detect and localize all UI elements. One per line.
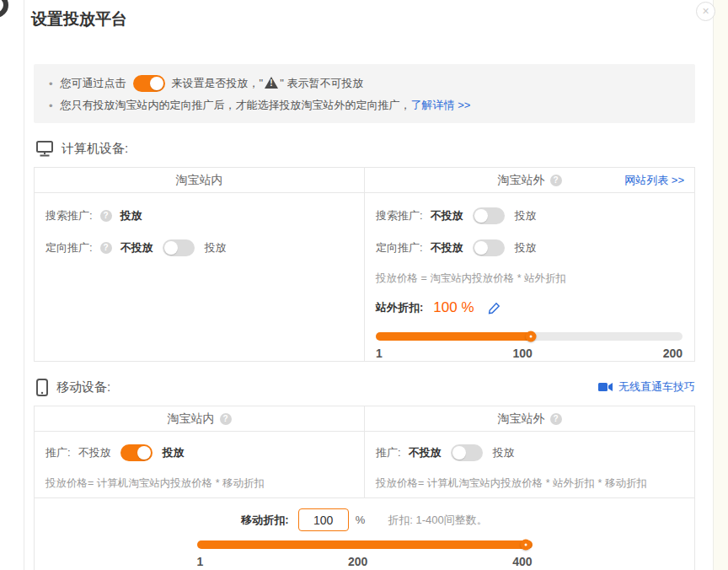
toggle-knob: [474, 241, 488, 255]
notice-text: 来设置是否投放，": [172, 76, 264, 91]
mobile-discount-band: 移动折扣: % 折扣: 1-400间整数。 1 200 400: [35, 497, 694, 570]
notice-text: " 表示暂不可投放: [280, 76, 363, 91]
mobile-icon: [36, 379, 48, 396]
mobile-onsite-promo-row: 推广: 不投放 投放: [46, 444, 352, 461]
offsite-target-toggle[interactable]: [473, 239, 505, 256]
mobile-discount-line: 移动折扣: % 折扣: 1-400间整数。: [35, 508, 694, 531]
notice-box: • 您可通过点击 来设置是否投放，" " 表示暂不可投放 • 您只有投放淘宝站内…: [34, 64, 695, 123]
search-promo-label: 搜索推广:: [376, 208, 423, 223]
search-promo-value: 投放: [120, 208, 142, 223]
target-promo-label: 定向推广:: [376, 240, 423, 255]
off-state-label: 不投放: [120, 240, 153, 255]
warning-icon: [265, 77, 278, 89]
computer-icon: [36, 141, 53, 157]
computer-section-title: 计算机设备:: [62, 141, 128, 157]
mobile-table-body: 推广: 不投放 投放 投放价格= 计算机淘宝站内投放价格 * 移动折扣 推广: …: [35, 432, 694, 497]
mobile-tips: 无线直通车技巧: [598, 379, 695, 395]
video-icon: [598, 382, 613, 392]
computer-offsite-header: 淘宝站外 ? 网站列表 >>: [364, 168, 694, 192]
discount-hint: 折扣: 1-400间整数。: [388, 513, 487, 528]
slider-fill: [197, 540, 533, 549]
mobile-offsite-toggle[interactable]: [451, 444, 483, 461]
mobile-onsite-formula: 投放价格= 计算机淘宝站内投放价格 * 移动折扣: [46, 476, 352, 491]
page-title: 设置投放平台: [31, 8, 695, 31]
slider-handle[interactable]: [520, 540, 531, 551]
tick-mid: 200: [348, 555, 367, 568]
help-icon[interactable]: ?: [550, 413, 562, 425]
promo-label: 推广:: [46, 445, 71, 460]
promo-label: 推广:: [376, 445, 401, 460]
tick-min: 1: [197, 555, 204, 568]
header-label: 淘宝站外: [498, 173, 545, 188]
set-platform-dialog: 设置投放平台 • 您可通过点击 来设置是否投放，" " 表示暂不可投放 • 您只…: [24, 0, 713, 570]
mobile-offsite-cell: 推广: 不投放 投放 投放价格= 计算机淘宝站内投放价格 * 站外折扣 * 移动…: [364, 432, 694, 497]
computer-table: 淘宝站内 淘宝站外 ? 网站列表 >> 搜索推广: ? 投放 定向推广: ? 不…: [34, 167, 695, 362]
mobile-table: 淘宝站内 ? 淘宝站外 ? 推广: 不投放 投放 投放价格= 计算机淘宝站内投放…: [34, 406, 695, 570]
mobile-onsite-cell: 推广: 不投放 投放 投放价格= 计算机淘宝站内投放价格 * 移动折扣: [35, 432, 364, 497]
website-list-link[interactable]: 网站列表 >>: [624, 173, 684, 188]
mobile-offsite-promo-row: 推广: 不投放 投放: [376, 444, 682, 461]
mobile-offsite-formula: 投放价格= 计算机淘宝站内投放价格 * 站外折扣 * 移动折扣: [376, 476, 682, 491]
help-icon[interactable]: ?: [100, 210, 112, 222]
mobile-section-header: 移动设备: 无线直通车技巧: [34, 375, 695, 399]
edit-icon[interactable]: [488, 302, 500, 315]
notice-text: 您只有投放淘宝站内的定向推广后，才能选择投放淘宝站外的定向推广，: [61, 98, 411, 113]
target-promo-label: 定向推广:: [46, 240, 93, 255]
help-icon[interactable]: ?: [100, 242, 112, 254]
example-toggle[interactable]: [133, 75, 165, 92]
mobile-discount-input[interactable]: [298, 508, 349, 531]
computer-table-header: 淘宝站内 淘宝站外 ? 网站列表 >>: [35, 168, 694, 193]
computer-table-body: 搜索推广: ? 投放 定向推广: ? 不投放 投放 搜索推广: 不投放 投放: [35, 193, 694, 361]
onsite-target-toggle[interactable]: [163, 239, 195, 256]
learn-more-link[interactable]: 了解详情 >>: [411, 98, 471, 113]
computer-offsite-cell: 搜索推广: 不投放 投放 定向推广: 不投放 投放 投放价格 = 淘宝站内投放价…: [364, 193, 694, 361]
computer-section-header: 计算机设备:: [34, 137, 695, 160]
header-label: 淘宝站内: [176, 173, 223, 188]
bullet-icon: •: [49, 99, 53, 112]
wireless-tips-link[interactable]: 无线直通车技巧: [618, 379, 695, 395]
toggle-knob: [452, 446, 466, 460]
bullet-icon: •: [49, 78, 53, 90]
page-background-strip: [713, 0, 728, 570]
tick-mid: 100: [513, 347, 533, 360]
help-icon[interactable]: ?: [550, 175, 562, 186]
mobile-table-header: 淘宝站内 ? 淘宝站外 ?: [35, 406, 694, 432]
slider-fill: [376, 332, 533, 341]
mobile-offsite-header: 淘宝站外 ?: [364, 406, 694, 431]
off-state-label: 不投放: [78, 445, 111, 460]
toggle-knob: [150, 77, 163, 90]
slider-handle[interactable]: [525, 331, 536, 342]
onsite-target-row: 定向推广: ? 不投放 投放: [46, 239, 352, 256]
toggle-knob: [137, 446, 151, 460]
tick-max: 400: [512, 555, 532, 568]
mobile-onsite-header: 淘宝站内 ?: [35, 406, 364, 431]
mobile-section-title: 移动设备:: [56, 379, 110, 395]
offsite-discount-label: 站外折扣:: [376, 300, 423, 315]
search-promo-label: 搜索推广:: [46, 208, 93, 223]
slider-track[interactable]: [376, 332, 682, 341]
mobile-discount-slider: 1 200 400: [197, 540, 533, 568]
notice-text: 您可通过点击: [61, 76, 126, 91]
onsite-search-row: 搜索推广: ? 投放: [46, 207, 352, 224]
header-label: 淘宝站内: [168, 411, 215, 427]
offsite-target-row: 定向推广: 不投放 投放: [376, 239, 682, 256]
slider-track[interactable]: [197, 540, 533, 549]
computer-onsite-cell: 搜索推广: ? 投放 定向推广: ? 不投放 投放: [35, 193, 364, 361]
on-state-label: 投放: [163, 445, 185, 460]
mobile-onsite-toggle[interactable]: [120, 444, 153, 461]
offsite-discount-row: 站外折扣: 100 %: [376, 297, 682, 319]
notice-line-1: • 您可通过点击 来设置是否投放，" " 表示暂不可投放: [49, 73, 680, 94]
offsite-price-formula: 投放价格 = 淘宝站内投放价格 * 站外折扣: [376, 272, 682, 286]
toggle-knob: [474, 209, 488, 223]
offsite-discount-slider: 1 100 200: [376, 332, 682, 360]
offsite-search-toggle[interactable]: [473, 207, 505, 224]
close-icon[interactable]: ×: [696, 2, 715, 21]
tick-min: 1: [376, 347, 383, 360]
on-state-label: 投放: [515, 208, 537, 223]
clipped-corner-decoration: [0, 0, 8, 18]
off-state-label: 不投放: [431, 208, 463, 223]
help-icon[interactable]: ?: [220, 413, 232, 425]
tick-max: 200: [663, 347, 682, 360]
on-state-label: 投放: [205, 240, 227, 255]
mobile-discount-label: 移动折扣:: [241, 513, 288, 528]
